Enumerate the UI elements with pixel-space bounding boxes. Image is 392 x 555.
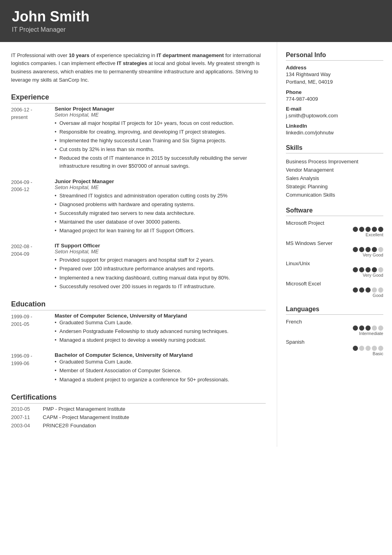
dot	[365, 346, 371, 351]
personal-info-title: Personal Info	[286, 52, 383, 61]
cert-row-2: 2003-04 PRINCE2® Foundation	[11, 423, 266, 429]
dot-label: Very Good	[286, 273, 383, 278]
lang-name: French	[286, 319, 383, 325]
entry-content: IT Support Officer Seton Hospital, ME Pr…	[55, 243, 266, 291]
bullet: Managed a student project to develop a w…	[55, 336, 266, 344]
entry-bullets: Graduated Summa Cum Laude.Andersen Postg…	[55, 319, 266, 344]
entry-date: 1999-09 -2001-05	[11, 313, 55, 345]
languages-section: Languages French Intermediate Spanish Ba…	[286, 306, 383, 356]
linkedin-label: LinkedIn	[286, 123, 383, 129]
bullet: Streamlined IT logistics and administrat…	[55, 192, 266, 200]
skill-item-4: Communication Skills	[286, 191, 383, 199]
experience-entries: 2006-12 -present Senior Project Manager …	[11, 106, 266, 291]
cert-row-1: 2007-11 CAPM - Project Management Instit…	[11, 414, 266, 420]
dot	[359, 287, 364, 293]
dot	[365, 227, 371, 232]
dot	[353, 267, 358, 272]
dots-row	[286, 247, 383, 252]
experience-section: Experience 2006-12 -present Senior Proje…	[11, 93, 266, 291]
education-entries: 1999-09 -2001-05 Master of Computer Scie…	[11, 313, 266, 385]
header: John Smith IT Project Manager	[0, 0, 392, 42]
education-entry-1: 1996-09 -1999-06 Bachelor of Computer Sc…	[11, 352, 266, 384]
dot-label: Excellent	[286, 232, 383, 237]
summary-text: IT Professional with over 10 years of ex…	[11, 52, 266, 84]
dot	[378, 287, 383, 293]
bullet: Diagnosed problems with hardware and ope…	[55, 201, 266, 209]
cert-date: 2010-05	[11, 406, 43, 412]
certifications-section: Certifications 2010-05 PMP - Project Man…	[11, 393, 266, 429]
body-wrapper: IT Professional with over 10 years of ex…	[0, 42, 392, 447]
right-column: Personal Info Address 134 Rightward WayP…	[277, 42, 392, 447]
software-name: Linux/Unix	[286, 260, 383, 266]
dot	[378, 267, 383, 272]
cert-name: CAPM - Project Management Institute	[43, 414, 266, 420]
bullet: Implemented the highly successful Lean T…	[55, 137, 266, 145]
entry-content: Junior Project Manager Seton Hospital, M…	[55, 178, 266, 236]
skill-item-0: Business Process Improvement	[286, 157, 383, 166]
left-column: IT Professional with over 10 years of ex…	[0, 42, 277, 447]
dot	[365, 325, 371, 331]
dots-row	[286, 267, 383, 272]
experience-entry-0: 2006-12 -present Senior Project Manager …	[11, 106, 266, 171]
dot-label: Good	[286, 293, 383, 298]
entry-bullets: Oversaw all major hospital IT projects f…	[55, 119, 266, 170]
bullet: Graduated Summa Cum Laude.	[55, 319, 266, 327]
software-section: Software Microsoft Project Excellent MS …	[286, 207, 383, 298]
phone-value: 774-987-4009	[286, 95, 383, 103]
software-entry-2: Linux/Unix Very Good	[286, 260, 383, 278]
education-section: Education 1999-09 -2001-05 Master of Com…	[11, 300, 266, 385]
bullet: Provided support for project managers an…	[55, 256, 266, 264]
entry-date: 2002-08 -2004-09	[11, 243, 55, 291]
bullet: Maintained the user database of over 300…	[55, 218, 266, 226]
languages-title: Languages	[286, 306, 383, 315]
dot	[372, 346, 377, 351]
dot	[359, 346, 364, 351]
software-name: Microsoft Project	[286, 220, 383, 226]
education-entry-0: 1999-09 -2001-05 Master of Computer Scie…	[11, 313, 266, 345]
dot	[372, 325, 377, 331]
entry-bullets: Graduated Summa Cum Laude.Member of Stud…	[55, 358, 266, 383]
dot-label: Very Good	[286, 253, 383, 257]
bullet: Member of Student Association of Compute…	[55, 367, 266, 375]
bullet: Reduced the costs of IT maintenance in 2…	[55, 154, 266, 170]
cert-date: 2003-04	[11, 423, 43, 429]
entry-content: Bachelor of Computer Science, University…	[55, 352, 266, 384]
dot-label: Intermediate	[286, 331, 383, 336]
dots-row	[286, 346, 383, 351]
dot	[353, 227, 358, 232]
skills-section: Skills Business Process ImprovementVendo…	[286, 144, 383, 199]
dots-row	[286, 227, 383, 232]
personal-info-section: Personal Info Address 134 Rightward WayP…	[286, 52, 383, 137]
entry-content: Master of Computer Science, University o…	[55, 313, 266, 345]
entry-title: Senior Project Manager	[55, 106, 266, 112]
cert-name: PMP - Project Management Institute	[43, 406, 266, 412]
dot	[372, 227, 377, 232]
entry-title: Junior Project Manager	[55, 178, 266, 184]
bullet: Cut costs by 32% in less than six months…	[55, 145, 266, 153]
dot	[353, 247, 358, 252]
software-entry-0: Microsoft Project Excellent	[286, 220, 383, 237]
education-section-title: Education	[11, 300, 266, 310]
entry-subtitle: Seton Hospital, ME	[55, 184, 266, 190]
entry-date: 2006-12 -present	[11, 106, 55, 171]
certifications-section-title: Certifications	[11, 393, 266, 404]
software-entry-1: MS Windows Server Very Good	[286, 240, 383, 257]
skills-title: Skills	[286, 144, 383, 153]
address-value: 134 Rightward WayPortland, ME, 04019	[286, 71, 383, 86]
bullet: Successfully resolved over 200 issues in…	[55, 283, 266, 291]
skill-item-2: Sales Analysis	[286, 174, 383, 182]
bullet: Implemented a new tracking dashboard, cu…	[55, 274, 266, 282]
entry-subtitle: Seton Hospital, ME	[55, 112, 266, 118]
bullet: Graduated Summa Cum Laude.	[55, 358, 266, 366]
dot	[372, 247, 377, 252]
dot	[359, 325, 364, 331]
skill-item-1: Vendor Management	[286, 166, 383, 174]
bullet: Managed project for lean training for al…	[55, 227, 266, 235]
lang-name: Spanish	[286, 339, 383, 345]
skills-items: Business Process ImprovementVendor Manag…	[286, 157, 383, 199]
dot	[359, 227, 364, 232]
email-value: j.smith@uptowork.com	[286, 112, 383, 120]
entry-content: Senior Project Manager Seton Hospital, M…	[55, 106, 266, 171]
dot	[365, 287, 371, 293]
bullet: Prepared over 100 infrastructure perform…	[55, 265, 266, 273]
